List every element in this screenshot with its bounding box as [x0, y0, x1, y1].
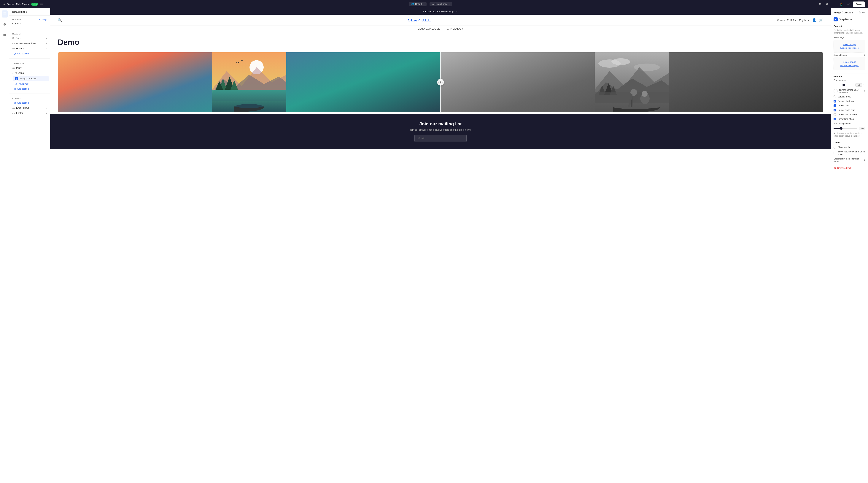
first-image-copy-icon[interactable]: ⧉	[864, 36, 865, 39]
cursor-follows-mouse-checkbox[interactable]	[834, 113, 836, 116]
copy-icon[interactable]: ⧉	[859, 11, 861, 14]
second-select-image-button[interactable]: Select image	[836, 61, 863, 63]
topbar-left: ◈ Sense - Main Theme Live •••	[3, 2, 43, 6]
chevron-footer: ▸	[46, 112, 47, 114]
svg-point-23	[642, 91, 648, 97]
apps-header-item[interactable]: ⊞ Apps ▸	[9, 36, 50, 41]
apps-template-icon: ⊞	[15, 72, 17, 75]
cursor-shadows-checkbox[interactable]: ✓	[834, 100, 836, 103]
right-panel-header: Image Compare ⧉ •••	[831, 8, 868, 16]
image-compare-preview[interactable]: ◁▷	[58, 52, 823, 112]
cursor-border-color-copy-icon[interactable]: ⧉	[864, 90, 865, 93]
cart-icon[interactable]: 🛒	[819, 18, 823, 22]
email-signup-item[interactable]: ▭ Email signup ▸	[9, 105, 50, 111]
add-section-header-button[interactable]: ⊕ Add section	[9, 51, 50, 56]
show-labels-row[interactable]: Show labels	[834, 145, 865, 149]
starting-point-label: Starting point	[834, 79, 865, 81]
cursor-shadows-row[interactable]: ✓ Cursor shadows	[834, 99, 865, 104]
remove-icon: 🗑	[834, 167, 836, 170]
divider-handle[interactable]: ◁▷	[437, 79, 444, 86]
smoothing-effect-checkbox[interactable]: ✓	[834, 118, 836, 120]
apps-icon[interactable]: ⊞	[2, 31, 7, 38]
account-icon[interactable]: 👤	[812, 18, 816, 22]
starting-point-slider[interactable]	[834, 85, 854, 85]
language-text: English	[799, 19, 807, 22]
cursor-follows-mouse-row[interactable]: Cursor follows mouse	[834, 112, 865, 117]
search-icon-store[interactable]: 🔍	[58, 18, 62, 22]
preview-label: Preview	[12, 18, 21, 21]
language-dropdown[interactable]: English ▾	[799, 19, 809, 22]
more-icon[interactable]: •••	[862, 11, 865, 14]
second-image-copy-icon[interactable]: ⧉	[864, 54, 865, 56]
add-section-template-button[interactable]: ⊕ Add section	[9, 86, 50, 91]
sections-icon[interactable]: ☰	[2, 10, 8, 18]
second-explore-free-button[interactable]: Explore free images	[840, 64, 859, 66]
header-item[interactable]: ▭ Header ▸	[9, 46, 50, 51]
starting-point-unit: %	[864, 84, 865, 86]
remove-block-button[interactable]: 🗑 Remove block	[831, 165, 868, 171]
cursor-border-color-swatch[interactable]	[834, 89, 838, 93]
more-options-button[interactable]: •••	[40, 2, 43, 6]
footer-item[interactable]: ▭ Footer ▸	[9, 111, 50, 116]
default-page-dropdown[interactable]: ▭ Default page ▾	[430, 2, 452, 6]
image-right	[440, 52, 823, 112]
demo-label: Demo	[12, 22, 19, 25]
location-dropdown[interactable]: Greece | EUR € ▾	[777, 19, 796, 22]
icon-rail: ☰ ⚙ ⊞	[0, 8, 9, 483]
plus-icon: ⊕	[14, 52, 16, 55]
first-image-label: First Image ⧉	[834, 36, 865, 39]
save-button[interactable]: Save	[853, 1, 865, 7]
image-compare-item[interactable]: ◈ Image Compare	[13, 76, 49, 81]
desktop-icon-button[interactable]: 🖥	[825, 1, 830, 7]
cursor-circle-checkbox[interactable]: ✓	[834, 104, 836, 107]
layout-icon-button[interactable]: ⊞	[818, 1, 823, 7]
vertical-mode-checkbox[interactable]	[834, 95, 836, 98]
app-demos-item[interactable]: APP DEMOS ▾	[447, 28, 463, 30]
template-section: Template ▭ Page ▾ ⊞ Apps ◈ Image Compare…	[9, 59, 50, 93]
plus-icon-block: ⊕	[15, 83, 18, 86]
show-labels-checkbox[interactable]	[834, 146, 836, 148]
demo-catalogue-item[interactable]: DEMO CATALOGUE	[418, 28, 440, 30]
announcement-icon: ▭	[12, 42, 15, 45]
add-block-button[interactable]: ⊕ Add block	[9, 82, 50, 86]
change-button[interactable]: Change	[39, 18, 47, 21]
apps-template-item[interactable]: ▾ ⊞ Apps	[9, 70, 50, 76]
topbar: ◈ Sense - Main Theme Live ••• 🌐 Default …	[0, 0, 868, 8]
email-signup-icon: ▭	[12, 106, 15, 109]
apps-icon-left: ⊞	[12, 37, 14, 40]
chevron-icon-3: ▸	[46, 48, 47, 50]
vertical-mode-row[interactable]: Vertical mode	[834, 94, 865, 99]
mobile-icon-button[interactable]: 📱	[838, 1, 844, 7]
live-badge: Live	[31, 3, 38, 6]
store-nav-right: Greece | EUR € ▾ English ▾ 👤 🛒	[777, 18, 823, 22]
smoothing-amount-label: Smoothing amount	[834, 122, 865, 125]
settings-icon[interactable]: ⚙	[2, 21, 8, 28]
first-explore-free-button[interactable]: Explore free images	[840, 47, 859, 49]
store-frame: Introducing Our Newest Apps → 🔍 SEAPIXEL…	[50, 8, 831, 483]
mailing-input-row	[58, 135, 823, 142]
label-bottom-left-icon[interactable]: ⧉	[864, 159, 865, 161]
first-select-image-button[interactable]: Select image	[836, 43, 863, 46]
smoothing-effect-row[interactable]: ✓ Smoothing effect	[834, 117, 865, 121]
smoothing-amount-slider[interactable]	[834, 128, 857, 129]
cursor-circle-blur-row[interactable]: ✓ Cursor circle blur	[834, 108, 865, 112]
show-labels-hover-row[interactable]: Show labels only on mouse hover	[834, 149, 865, 157]
email-input[interactable]	[414, 135, 467, 142]
demo-title: Demo	[58, 38, 823, 47]
cursor-circle-blur-checkbox[interactable]: ✓	[834, 109, 836, 111]
tablet-icon-button[interactable]: ▭	[832, 1, 837, 7]
page-item[interactable]: ▭ Page	[9, 65, 50, 70]
add-section-footer-button[interactable]: ⊕ Add section	[9, 101, 50, 105]
cursor-follows-mouse-label: Cursor follows mouse	[838, 113, 859, 116]
show-labels-hover-checkbox[interactable]	[834, 152, 836, 154]
header-label: Header	[16, 47, 24, 50]
snap-blocks-row: ◈ Snap Blocks	[831, 16, 868, 23]
default-dropdown[interactable]: 🌐 Default ▾	[409, 2, 427, 6]
default-page-label: Default page	[435, 3, 447, 5]
announcement-bar-item[interactable]: ▭ Announcement bar ▸	[9, 41, 50, 46]
template-section-title: Template	[9, 61, 50, 65]
announcement-text: Introducing Our Newest Apps →	[423, 10, 458, 13]
content-note: For better results, both image dimension…	[834, 29, 865, 34]
undo-button[interactable]: ↩	[846, 1, 851, 7]
cursor-circle-row[interactable]: ✓ Cursor circle	[834, 104, 865, 108]
